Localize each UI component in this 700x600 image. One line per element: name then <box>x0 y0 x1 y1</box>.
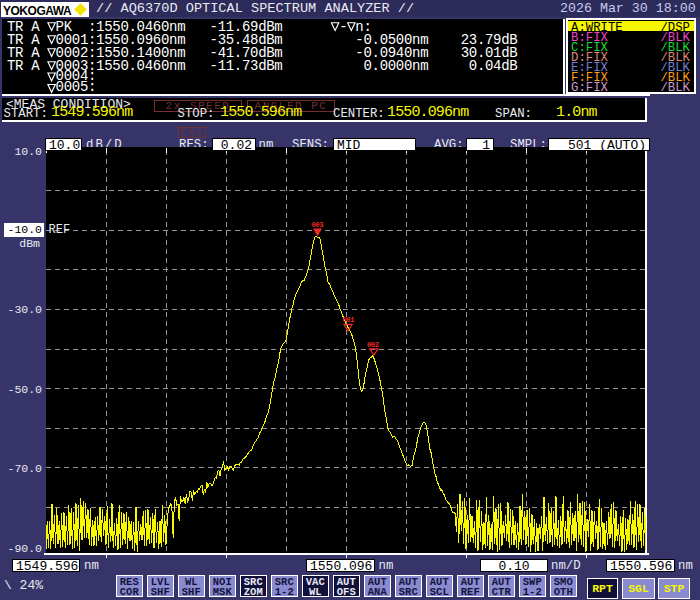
svg-text:001: 001 <box>343 316 356 324</box>
svg-text:003: 003 <box>312 221 324 229</box>
svg-text:002: 002 <box>367 341 379 349</box>
